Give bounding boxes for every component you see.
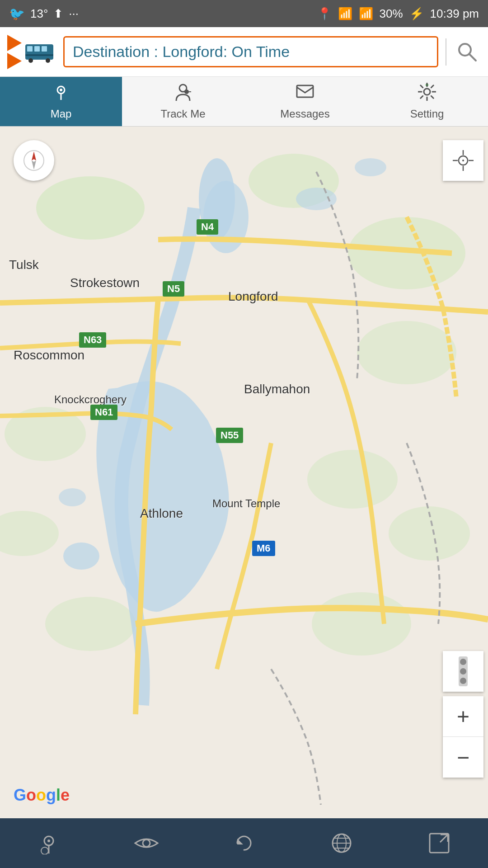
svg-point-51 [143, 840, 150, 847]
svg-rect-6 [25, 54, 53, 56]
nav-tabs: Map Track Me Messages [0, 77, 488, 127]
search-button[interactable] [454, 38, 481, 66]
header-divider [446, 38, 446, 66]
svg-point-50 [41, 847, 48, 854]
charging-icon: ⚡ [409, 7, 424, 21]
svg-point-23 [357, 321, 456, 384]
location-status-icon: 📍 [317, 7, 332, 21]
city-tulsk: Tulsk [9, 258, 39, 272]
svg-point-16 [424, 89, 430, 95]
bottom-eye-button[interactable] [128, 825, 164, 861]
upload-icon: ⬆ [53, 7, 63, 21]
road-n55: N55 [216, 428, 243, 443]
road-n4: N4 [197, 219, 218, 235]
bus-icon [24, 41, 56, 63]
svg-point-27 [45, 597, 136, 651]
crosshair-icon [452, 149, 474, 172]
svg-point-33 [296, 188, 337, 210]
eye-icon [134, 834, 159, 852]
traffic-button[interactable] [443, 651, 483, 692]
svg-point-46 [460, 668, 466, 675]
svg-point-10 [60, 89, 62, 91]
signal-icon: 📶 [359, 7, 373, 21]
bottom-expand-button[interactable] [421, 825, 457, 861]
bottom-refresh-button[interactable] [226, 825, 262, 861]
globe-icon [330, 832, 353, 854]
temperature: 13° [30, 7, 48, 21]
app-logo [7, 35, 56, 69]
google-logo: Google [14, 786, 70, 805]
svg-point-24 [307, 450, 398, 509]
svg-point-47 [460, 678, 466, 684]
tab-trackme-label: Track Me [160, 108, 205, 120]
tab-trackme[interactable]: Track Me [122, 77, 244, 126]
refresh-icon [233, 832, 255, 854]
bottom-globe-button[interactable] [324, 825, 360, 861]
svg-point-19 [36, 176, 145, 240]
messages-tab-icon [296, 83, 314, 105]
battery-level: 30% [380, 7, 403, 21]
header-bar: Destination : Longford: On Time [0, 27, 488, 77]
svg-line-8 [469, 54, 476, 61]
bottom-locate-button[interactable] [31, 825, 67, 861]
svg-point-5 [46, 58, 50, 63]
tab-setting-label: Setting [410, 108, 444, 120]
road-m6: M6 [252, 541, 275, 556]
wifi-icon: 📶 [338, 7, 352, 21]
zoom-controls: + − [443, 696, 483, 778]
bottom-toolbar [0, 818, 488, 868]
destination-text: Destination : Longford: On Time [73, 43, 290, 60]
status-right: 📍 📶 📶 30% ⚡ 10:39 pm [317, 7, 479, 21]
map-svg [0, 127, 488, 818]
traffic-light-icon [452, 656, 474, 687]
locate-icon [38, 832, 60, 854]
svg-rect-3 [42, 46, 47, 52]
map-area[interactable]: Tulsk Strokestown Longford Roscommon Kno… [0, 127, 488, 818]
svg-line-59 [440, 835, 448, 842]
app-logo-bird: 🐦 [9, 6, 25, 21]
tab-map[interactable]: Map [0, 77, 122, 126]
svg-rect-1 [27, 46, 33, 52]
map-tab-icon [52, 83, 70, 105]
city-longford: Longford [228, 289, 278, 304]
svg-rect-2 [34, 46, 40, 52]
zoom-out-button[interactable]: − [443, 737, 483, 778]
location-center-button[interactable] [443, 140, 483, 181]
svg-point-39 [462, 160, 464, 161]
svg-point-12 [184, 90, 189, 94]
tab-map-label: Map [51, 108, 72, 120]
road-n61: N61 [90, 405, 117, 420]
svg-point-49 [47, 840, 50, 842]
city-mount-temple: Mount Temple [212, 497, 280, 510]
svg-point-45 [460, 659, 466, 665]
zoom-in-button[interactable]: + [443, 696, 483, 737]
compass-icon [23, 149, 45, 172]
status-left: 🐦 13° ⬆ ··· [9, 6, 79, 21]
clock: 10:39 pm [430, 7, 479, 21]
status-bar: 🐦 13° ⬆ ··· 📍 📶 📶 30% ⚡ 10:39 pm [0, 0, 488, 27]
destination-box: Destination : Longford: On Time [63, 36, 438, 67]
expand-icon [428, 832, 450, 854]
road-n5: N5 [163, 281, 184, 297]
svg-point-34 [355, 158, 386, 176]
more-icon: ··· [69, 7, 79, 21]
city-ballymahon: Ballymahon [244, 382, 310, 396]
tab-setting[interactable]: Setting [366, 77, 488, 126]
svg-point-4 [28, 58, 33, 63]
svg-point-31 [63, 542, 99, 570]
trackme-tab-icon [174, 83, 192, 105]
road-n63: N63 [79, 332, 106, 348]
city-knockcroghery: Knockcroghery [54, 393, 127, 406]
tab-messages-label: Messages [280, 108, 329, 120]
city-strokestown: Strokestown [70, 276, 140, 290]
tab-messages[interactable]: Messages [244, 77, 366, 126]
city-roscommon: Roscommon [14, 348, 84, 363]
svg-point-28 [312, 592, 411, 656]
city-athlone: Athlone [140, 506, 183, 521]
svg-point-32 [59, 488, 86, 506]
svg-rect-15 [297, 85, 313, 97]
setting-tab-icon [418, 83, 436, 105]
search-icon [456, 41, 479, 63]
compass-button[interactable] [14, 140, 54, 181]
